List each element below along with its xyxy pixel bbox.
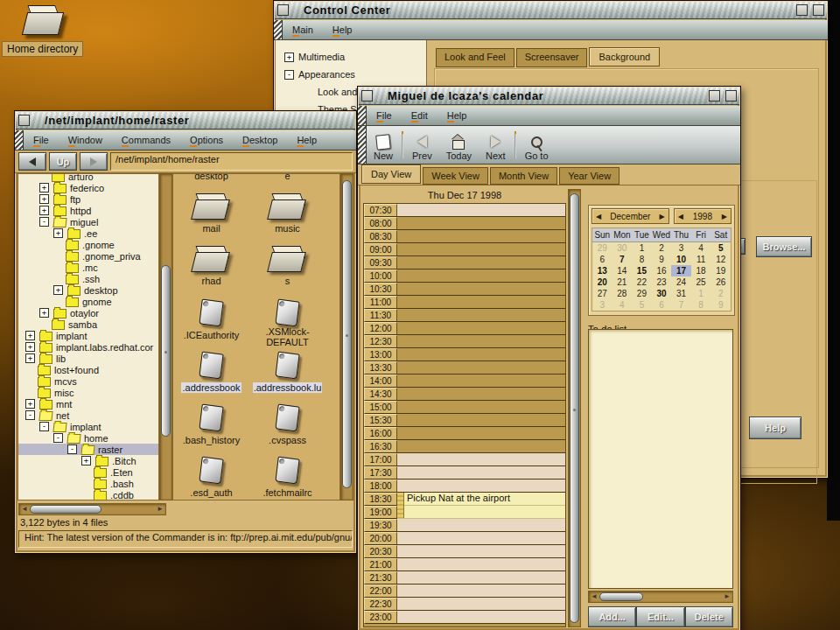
tree-item-mcvs[interactable]: mcvs — [18, 375, 158, 387]
file-item-fv[interactable]: .fv — [326, 454, 340, 500]
calendar-day[interactable]: 24 — [671, 276, 691, 288]
tree-item-federico[interactable]: +federico — [18, 182, 158, 193]
tab-month-view[interactable]: Month View — [490, 167, 557, 185]
tree-toggle-icon[interactable]: + — [284, 52, 294, 62]
day-row-1530[interactable]: 15:30 — [364, 414, 565, 427]
appointment[interactable]: Pickup Nat at the airport — [407, 493, 510, 503]
calendar-day[interactable]: 28 — [612, 288, 633, 299]
scroll-left-icon[interactable]: ◄ — [21, 504, 28, 514]
day-row-2000[interactable]: 20:00 — [364, 532, 565, 545]
menu-edit[interactable]: Edit — [402, 108, 438, 124]
add-button[interactable]: Add... — [588, 606, 636, 627]
window-menu-button[interactable] — [277, 4, 289, 16]
day-row-2130[interactable]: 21:30 — [364, 571, 565, 584]
tree-item-misc[interactable]: misc — [18, 387, 158, 398]
day-row-0830[interactable]: 08:30 — [364, 230, 565, 243]
tree-toggle-icon[interactable]: + — [25, 331, 35, 340]
scrollbar-thumb[interactable] — [342, 180, 352, 488]
menu-window[interactable]: Window — [59, 132, 112, 149]
day-row-1300[interactable]: 13:00 — [364, 348, 565, 361]
drag-handle[interactable] — [15, 130, 24, 150]
todo-scrollbar[interactable]: ◄ ► — [588, 591, 733, 603]
calendar-day[interactable]: 7 — [612, 254, 633, 265]
tab-look-and-feel[interactable]: Look and Feel — [436, 48, 514, 67]
tree-item-ssh[interactable]: .ssh — [18, 273, 158, 284]
day-row-1630[interactable]: 16:30 — [364, 440, 565, 453]
drag-handle[interactable] — [358, 126, 367, 164]
back-button[interactable] — [18, 152, 46, 171]
tree-item-gnome[interactable]: .gnome — [18, 239, 158, 250]
tree-item-httpd[interactable]: +httpd — [18, 205, 158, 216]
calendar-day[interactable]: 15 — [632, 265, 652, 276]
calendar-day-selected[interactable]: 17 — [671, 265, 691, 276]
home-directory-icon[interactable]: Home directory — [2, 5, 133, 57]
iconify-button[interactable] — [709, 90, 720, 102]
tree-item-arturo[interactable]: arturo — [18, 173, 158, 182]
tab-day-view[interactable]: Day View — [361, 164, 421, 184]
toolbar-new-button[interactable]: New — [367, 126, 400, 164]
day-row-2100[interactable]: 21:00 — [364, 558, 565, 571]
tree-toggle-icon[interactable]: + — [81, 456, 91, 466]
calendar-day[interactable]: 30 — [652, 288, 672, 299]
calendar-day[interactable]: 30 — [612, 242, 633, 254]
calendar-day[interactable]: 29 — [632, 288, 652, 299]
day-row-1130[interactable]: 11:30 — [364, 309, 565, 322]
day-row-1600[interactable]: 16:00 — [364, 427, 565, 440]
tab-year-view[interactable]: Year View — [559, 167, 620, 185]
calendar-day[interactable]: 2 — [710, 288, 731, 299]
calendar-day[interactable]: 10 — [671, 254, 691, 265]
menu-main[interactable]: Main — [283, 22, 323, 38]
day-row-2300[interactable]: 23:00 — [364, 611, 565, 624]
delete-button[interactable]: Delete — [685, 606, 733, 627]
calendar-day[interactable]: 14 — [612, 265, 633, 276]
calendar-day[interactable]: 29 — [592, 242, 612, 254]
file-item-mail[interactable]: mail — [173, 192, 249, 244]
file-item-rhad[interactable]: rhad — [173, 244, 249, 297]
menu-help[interactable]: Help — [323, 22, 362, 38]
day-row-0730[interactable]: 07:30 — [364, 204, 565, 217]
tree-item-implant[interactable]: -implant — [18, 421, 158, 432]
calendar-day[interactable]: 23 — [652, 276, 672, 288]
tree-item-lib[interactable]: +lib — [18, 353, 158, 364]
calendar-day[interactable]: 4 — [612, 299, 633, 311]
menu-options[interactable]: Options — [180, 132, 233, 149]
tree-item-ee[interactable]: +.ee — [18, 228, 158, 239]
calendar-day[interactable]: 19 — [710, 265, 731, 276]
file-item-addressbook-lu[interactable]: .addressbook.lu — [249, 349, 326, 402]
tree-toggle-icon[interactable]: - — [53, 433, 63, 443]
file-manager-titlebar[interactable]: /net/implant/home/raster — [16, 112, 355, 130]
toolbar-prev-button[interactable]: Prev — [405, 126, 439, 164]
day-row-2230[interactable]: 22:30 — [364, 598, 565, 611]
file-item-cvspass[interactable]: .cvspass — [249, 402, 326, 454]
day-row-0900[interactable]: 09:00 — [364, 243, 565, 256]
menu-help[interactable]: Help — [287, 132, 326, 149]
tree-toggle-icon[interactable]: + — [25, 354, 35, 363]
file-item-iceauthority[interactable]: .ICEauthority — [173, 297, 249, 349]
tree-horizontal-scrollbar[interactable]: ◄ ► — [18, 503, 166, 515]
scrollbar-thumb[interactable] — [161, 265, 171, 436]
file-item-bash-history[interactable]: .bash_history — [173, 402, 249, 454]
day-row-1930[interactable]: 19:30 — [364, 519, 565, 532]
iconify-button[interactable] — [796, 4, 808, 16]
tree-toggle-icon[interactable]: + — [39, 194, 49, 204]
calendar-day[interactable]: 22 — [632, 276, 652, 288]
tree-item-lost-found[interactable]: lost+found — [18, 364, 158, 375]
menu-file[interactable]: File — [24, 132, 59, 149]
tab-screensaver[interactable]: Screensaver — [516, 48, 588, 67]
tree-toggle-icon[interactable]: + — [53, 228, 63, 238]
up-button[interactable]: Up — [49, 152, 77, 171]
calendar-day[interactable]: 3 — [592, 299, 612, 311]
scrollbar-thumb[interactable] — [30, 505, 102, 514]
tree-toggle-icon[interactable]: - — [25, 410, 35, 420]
menu-help[interactable]: Help — [438, 108, 477, 124]
help-button[interactable]: Help — [749, 416, 802, 439]
tree-toggle-icon[interactable]: + — [39, 206, 49, 215]
prev-year-icon[interactable]: ◀ — [678, 213, 683, 220]
tree-item-mnt[interactable]: +mnt — [18, 398, 158, 410]
tree-toggle-icon[interactable]: + — [25, 342, 35, 352]
calendar-day[interactable]: 7 — [671, 299, 691, 311]
calendar-day[interactable]: 6 — [592, 254, 612, 265]
file-item-desktop[interactable]: desktop — [173, 173, 249, 192]
window-menu-button[interactable] — [18, 115, 30, 126]
tree-toggle-icon[interactable]: + — [53, 285, 63, 295]
